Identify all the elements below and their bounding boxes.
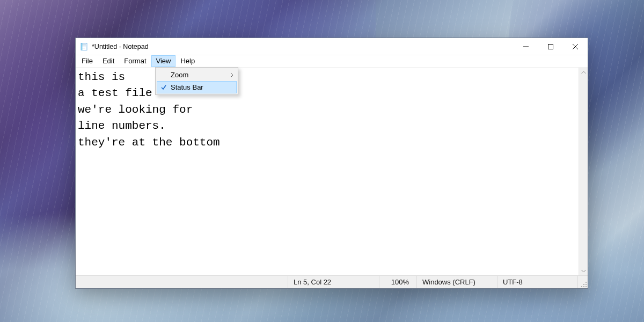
status-encoding: UTF-8 [497,276,578,288]
menu-bar: File Edit Format View Help Zoom Status B… [76,55,588,67]
menu-help[interactable]: Help [175,55,200,67]
notepad-app-icon [80,42,89,51]
resize-grip-icon[interactable] [578,276,588,288]
status-cursor-position: Ln 5, Col 22 [288,276,379,288]
vertical-scrollbar[interactable] [579,68,588,275]
svg-rect-7 [548,44,553,49]
scroll-up-icon[interactable] [579,68,588,77]
notepad-window: *Untitled - Notepad File Edit Format Vie… [75,38,588,289]
status-bar-spacer [76,276,288,288]
menu-view[interactable]: View [151,55,176,67]
editor-area: this is a test file we're looking for li… [76,67,588,275]
svg-point-15 [586,286,587,287]
menu-format[interactable]: Format [119,55,151,67]
status-zoom-level: 100% [379,276,417,288]
view-menu-zoom-label: Zoom [171,71,227,79]
chevron-right-icon [227,72,237,78]
maximize-button[interactable] [538,38,563,55]
view-menu-zoom[interactable]: Zoom [157,69,237,81]
view-menu-status-bar[interactable]: Status Bar [157,81,237,93]
svg-point-11 [583,284,584,285]
text-editor[interactable]: this is a test file we're looking for li… [76,68,579,275]
close-button[interactable] [563,38,588,55]
title-bar[interactable]: *Untitled - Notepad [76,38,588,55]
svg-rect-5 [81,43,83,50]
menu-edit[interactable]: Edit [98,55,119,67]
view-menu-status-bar-label: Status Bar [171,83,227,91]
minimize-button[interactable] [514,38,538,55]
checkmark-icon [157,84,171,91]
status-bar: Ln 5, Col 22 100% Windows (CRLF) UTF-8 [76,275,588,288]
window-controls [514,38,588,55]
window-title: *Untitled - Notepad [92,43,149,50]
menu-file[interactable]: File [77,55,98,67]
svg-point-13 [581,286,582,287]
status-line-ending: Windows (CRLF) [417,276,497,288]
scroll-down-icon[interactable] [579,266,588,275]
svg-point-14 [583,286,584,287]
svg-point-12 [586,284,587,285]
svg-point-10 [586,282,587,283]
view-dropdown: Zoom Status Bar [155,67,238,95]
